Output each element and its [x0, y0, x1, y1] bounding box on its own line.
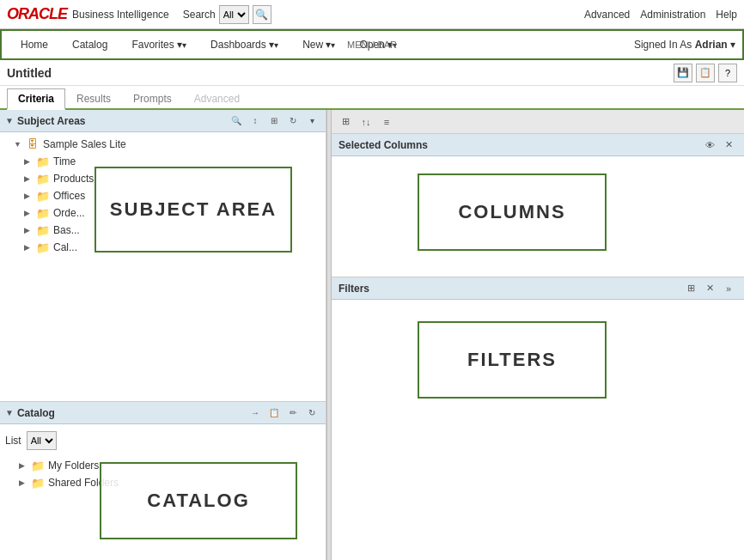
- folder-icon-my-folders: 📁: [31, 459, 45, 472]
- main-content: ▼ Subject Areas 🔍 ↕ ⊞ ↻ ▾ ▼ 🗄 Sample Sal…: [0, 110, 744, 560]
- subject-area-annotation: SUBJECT AREA: [95, 167, 292, 253]
- help-link[interactable]: Help: [716, 9, 737, 21]
- bi-text: Business Intelligence: [72, 9, 169, 21]
- tree-arrow-offices: ▶: [24, 192, 34, 200]
- filter-expand-btn[interactable]: »: [720, 281, 737, 296]
- tree-arrow-shared-folders: ▶: [19, 478, 29, 487]
- search-button[interactable]: 🔍: [253, 5, 271, 24]
- sc-settings-btn[interactable]: ✕: [720, 137, 737, 153]
- catalog-header: ▼ Catalog → 📋 ✏ ↻: [0, 402, 326, 424]
- menu-home[interactable]: Home: [9, 29, 60, 60]
- sa-search-btn[interactable]: 🔍: [228, 113, 245, 129]
- filters-title: Filters: [338, 283, 682, 295]
- top-links: Advanced Administration Help: [584, 9, 737, 21]
- folder-icon-time: 📁: [36, 155, 50, 168]
- catalog-refresh-btn[interactable]: ↻: [303, 405, 320, 421]
- catalog-section: ▼ Catalog → 📋 ✏ ↻ List All: [0, 401, 326, 560]
- tab-criteria[interactable]: Criteria: [7, 88, 65, 110]
- save-as-button[interactable]: 📋: [696, 64, 715, 82]
- tree-arrow-expand: ▼: [14, 140, 24, 149]
- sa-expand-btn[interactable]: ⊞: [265, 113, 283, 129]
- search-label: Search: [183, 9, 216, 21]
- sa-sort-btn[interactable]: ↕: [247, 113, 264, 129]
- columns-annotation: COLUMNS: [418, 173, 607, 251]
- tree-arrow-time: ▶: [24, 157, 34, 166]
- folder-icon-cal: 📁: [36, 240, 50, 254]
- search-select[interactable]: All: [219, 5, 249, 24]
- menu-favorites[interactable]: Favorites ▾: [119, 29, 198, 60]
- tree-arrow-my-folders: ▶: [19, 461, 29, 470]
- subject-areas-arrow: ▼: [5, 116, 14, 125]
- menu-bar: Home Catalog Favorites ▾ Dashboards ▾ Ne…: [0, 29, 744, 60]
- right-toolbar: ⊞ ↑↓ ≡: [332, 110, 744, 134]
- sa-refresh-btn[interactable]: ↻: [284, 113, 302, 129]
- tree-arrow-products: ▶: [24, 174, 34, 183]
- tree-label-my-folders: My Folders: [48, 460, 99, 472]
- oracle-text: ORACLE: [7, 5, 67, 23]
- catalog-arrow: ▼: [5, 408, 14, 417]
- subject-areas-title: Subject Areas: [17, 115, 228, 127]
- sa-more-btn[interactable]: ▾: [303, 113, 320, 129]
- tree-label-offices: Offices: [53, 190, 85, 202]
- top-bar: ORACLE Business Intelligence Search All …: [0, 0, 744, 29]
- left-panel: ▼ Subject Areas 🔍 ↕ ⊞ ↻ ▾ ▼ 🗄 Sample Sal…: [0, 110, 326, 560]
- filters-header: Filters ⊞ ✕ »: [332, 277, 744, 300]
- catalog-nav-btn[interactable]: →: [247, 405, 264, 421]
- sc-header: Selected Columns 👁 ✕: [332, 134, 744, 156]
- page-title: Untitled: [7, 66, 674, 80]
- folder-icon-products: 📁: [36, 172, 50, 186]
- menu-dashboards[interactable]: Dashboards ▾: [198, 29, 290, 60]
- tree-arrow-cal: ▶: [24, 243, 34, 252]
- tree-sample-sales[interactable]: ▼ 🗄 Sample Sales Lite: [0, 136, 326, 153]
- sc-visibility-btn[interactable]: 👁: [701, 137, 718, 153]
- sort-btn[interactable]: ↑↓: [357, 114, 375, 130]
- username: Adrian: [695, 39, 728, 51]
- signed-in: Signed In As Adrian ▾: [634, 39, 735, 51]
- title-icons: 💾 📋 ?: [674, 64, 737, 82]
- subject-areas-tree: ▼ 🗄 Sample Sales Lite ▶ 📁 Time ▶ 📁 Produ…: [0, 132, 326, 401]
- subject-areas-tools: 🔍 ↕ ⊞ ↻ ▾: [228, 113, 320, 129]
- folder-icon-base: 📁: [36, 223, 50, 237]
- menu-open[interactable]: Open ▾: [347, 29, 409, 60]
- filters-tools: ⊞ ✕ »: [682, 281, 737, 296]
- catalog-list-select[interactable]: All: [27, 431, 57, 450]
- help-icon-button[interactable]: ?: [718, 64, 737, 82]
- tree-label-sample-sales: Sample Sales Lite: [43, 138, 126, 150]
- filters-content: FILTERS: [332, 300, 744, 437]
- catalog-copy-btn[interactable]: 📋: [265, 405, 283, 421]
- tree-label-products: Products: [53, 173, 94, 185]
- sc-content: COLUMNS: [332, 156, 744, 277]
- filters-section: Filters ⊞ ✕ » FILTERS: [332, 277, 744, 560]
- search-area: Search All 🔍: [183, 5, 271, 24]
- folder-icon-offices: 📁: [36, 189, 50, 203]
- administration-link[interactable]: Administration: [640, 9, 705, 21]
- folder-icon-orders: 📁: [36, 206, 50, 220]
- tab-results[interactable]: Results: [65, 88, 122, 108]
- catalog-edit-btn[interactable]: ✏: [284, 405, 302, 421]
- catalog-annotation: CATALOG: [100, 462, 297, 539]
- sc-tools: 👁 ✕: [701, 137, 737, 153]
- menu-catalog[interactable]: Catalog: [60, 29, 119, 60]
- view-btn[interactable]: ≡: [378, 114, 395, 130]
- filter-btn[interactable]: ⊞: [337, 114, 354, 130]
- tab-advanced[interactable]: Advanced: [183, 88, 251, 108]
- menu-new[interactable]: New ▾: [290, 29, 347, 60]
- title-row: Untitled 💾 📋 ?: [0, 60, 744, 86]
- oracle-logo: ORACLE Business Intelligence: [7, 5, 169, 23]
- selected-columns-section: Selected Columns 👁 ✕ COLUMNS: [332, 134, 744, 277]
- catalog-title: Catalog: [17, 407, 247, 419]
- tree-label-orders: Orde...: [53, 207, 85, 219]
- filters-annotation: FILTERS: [418, 321, 607, 399]
- catalog-content: List All ▶ 📁 My Folders ▶ 📁 Shared Folde…: [0, 424, 326, 560]
- tree-arrow-orders: ▶: [24, 209, 34, 217]
- filter-add-btn[interactable]: ⊞: [682, 281, 699, 296]
- save-button[interactable]: 💾: [674, 64, 692, 82]
- catalog-list-label: List: [5, 435, 21, 447]
- advanced-link[interactable]: Advanced: [584, 9, 630, 21]
- tab-prompts[interactable]: Prompts: [122, 88, 183, 108]
- tree-label-cal: Cal...: [53, 241, 77, 253]
- filter-close-btn[interactable]: ✕: [701, 281, 718, 296]
- menu-bar-wrapper: Home Catalog Favorites ▾ Dashboards ▾ Ne…: [0, 29, 744, 60]
- catalog-tools: → 📋 ✏ ↻: [247, 405, 320, 421]
- tree-arrow-base: ▶: [24, 226, 34, 234]
